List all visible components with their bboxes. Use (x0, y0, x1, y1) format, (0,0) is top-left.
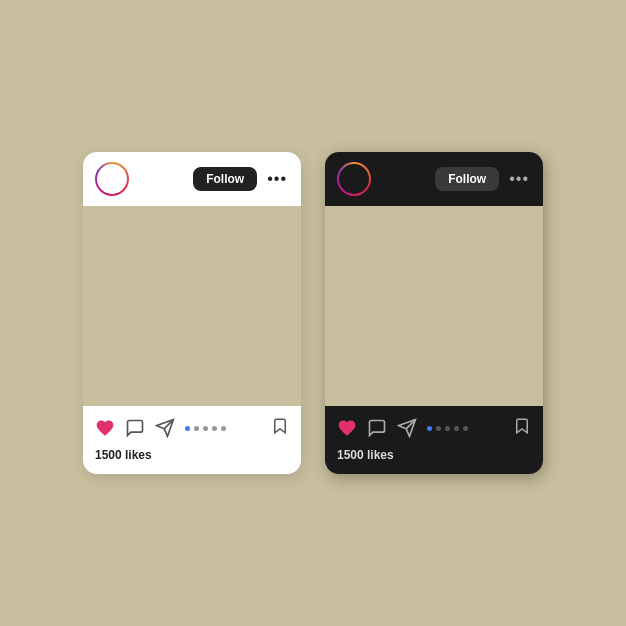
dot-4-black (463, 426, 468, 431)
follow-button-white[interactable]: Follow (193, 167, 257, 191)
card-header-white: Follow ••• (83, 152, 301, 206)
card-actions-white (83, 406, 301, 446)
follow-button-black[interactable]: Follow (435, 167, 499, 191)
dot-active-white (185, 426, 190, 431)
bookmark-button-white[interactable] (271, 416, 289, 440)
likes-count-white: 1500 likes (83, 446, 301, 474)
dot-1-white (194, 426, 199, 431)
cards-container: Follow ••• (83, 152, 543, 474)
dot-3-white (212, 426, 217, 431)
dots-pagination-black (427, 426, 468, 431)
card-header-black: Follow ••• (325, 152, 543, 206)
dots-pagination-white (185, 426, 226, 431)
post-card-white: Follow ••• (83, 152, 301, 474)
comment-button-white[interactable] (125, 418, 145, 438)
avatar-ring-black[interactable] (337, 162, 371, 196)
dot-2-black (445, 426, 450, 431)
like-button-black[interactable] (337, 418, 357, 438)
dot-2-white (203, 426, 208, 431)
like-button-white[interactable] (95, 418, 115, 438)
post-image-white (83, 206, 301, 406)
post-image-black (325, 206, 543, 406)
post-card-black: Follow ••• (325, 152, 543, 474)
likes-count-black: 1500 likes (325, 446, 543, 474)
comment-button-black[interactable] (367, 418, 387, 438)
card-actions-black (325, 406, 543, 446)
share-button-white[interactable] (155, 418, 175, 438)
avatar-inner-black (339, 164, 369, 194)
dot-1-black (436, 426, 441, 431)
more-options-black[interactable]: ••• (507, 170, 531, 188)
bookmark-button-black[interactable] (513, 416, 531, 440)
dot-active-black (427, 426, 432, 431)
dot-3-black (454, 426, 459, 431)
more-options-white[interactable]: ••• (265, 170, 289, 188)
avatar-ring-white[interactable] (95, 162, 129, 196)
share-button-black[interactable] (397, 418, 417, 438)
dot-4-white (221, 426, 226, 431)
avatar-inner-white (97, 164, 127, 194)
